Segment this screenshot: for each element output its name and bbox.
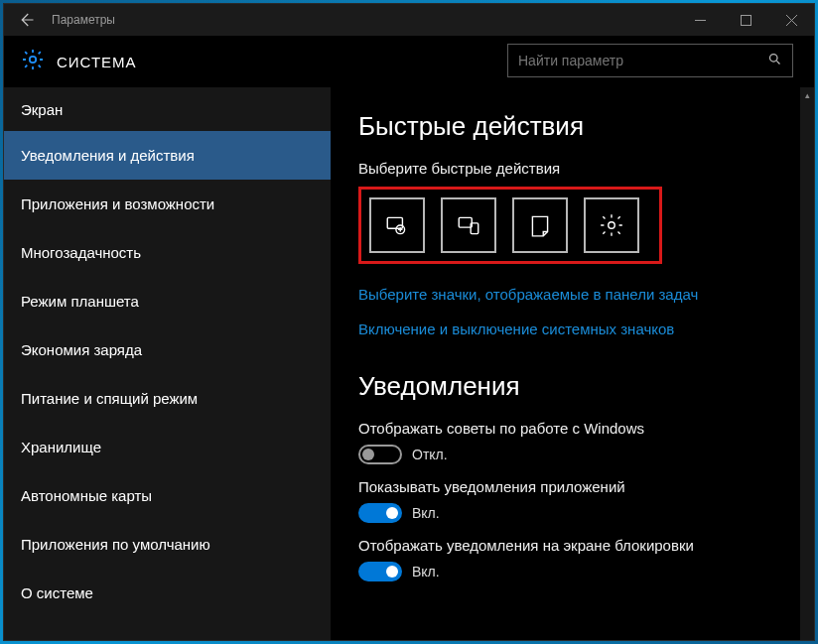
sidebar-item-tablet[interactable]: Режим планшета <box>4 277 331 325</box>
sidebar-item-label: Питание и спящий режим <box>21 390 198 407</box>
toggle-app-notifications[interactable] <box>358 503 402 523</box>
close-button[interactable] <box>768 4 814 36</box>
scroll-up-icon[interactable]: ▴ <box>800 87 814 103</box>
quick-actions-sublabel: Выберите быстрые действия <box>358 160 786 177</box>
toggle-state-text: Вкл. <box>412 505 440 521</box>
svg-rect-0 <box>741 15 750 25</box>
setting-label: Показывать уведомления приложений <box>358 478 786 495</box>
section-title: СИСТЕМА <box>57 54 137 70</box>
search-icon <box>756 52 792 69</box>
setting-app-notifications: Показывать уведомления приложений Вкл. <box>358 478 786 523</box>
sidebar-item-label: О системе <box>21 584 93 601</box>
titlebar: Параметры <box>4 4 814 36</box>
gear-icon <box>21 48 45 75</box>
sidebar-item-default-apps[interactable]: Приложения по умолчанию <box>4 520 331 569</box>
window-title: Параметры <box>52 13 115 27</box>
sidebar-item-battery[interactable]: Экономия заряда <box>4 325 331 374</box>
sidebar-item-notifications[interactable]: Уведомления и действия <box>4 131 331 180</box>
svg-point-2 <box>769 55 777 63</box>
back-button[interactable] <box>4 4 48 36</box>
sidebar-item-label: Хранилище <box>21 439 101 455</box>
notifications-heading: Уведомления <box>358 371 786 402</box>
sidebar-item-label: Экран <box>21 101 63 118</box>
quick-action-tablet-mode[interactable] <box>369 197 425 253</box>
sidebar-item-offline-maps[interactable]: Автономные карты <box>4 471 331 520</box>
quick-actions-highlight <box>358 187 662 264</box>
sidebar-item-label: Экономия заряда <box>21 341 142 358</box>
setting-label: Отображать советы по работе с Windows <box>358 420 786 437</box>
svg-point-1 <box>30 57 36 63</box>
sidebar-item-label: Режим планшета <box>21 293 139 310</box>
quick-actions-heading: Быстрые действия <box>358 111 786 142</box>
link-taskbar-icons[interactable]: Выберите значки, отображаемые в панели з… <box>358 286 786 303</box>
link-system-icons[interactable]: Включение и выключение системных значков <box>358 321 786 337</box>
svg-rect-5 <box>459 217 472 227</box>
quick-action-connect[interactable] <box>441 197 496 253</box>
quick-action-all-settings[interactable] <box>584 197 639 253</box>
sidebar-item-label: Уведомления и действия <box>21 147 195 164</box>
toggle-lockscreen-notifications[interactable] <box>358 562 402 581</box>
maximize-button[interactable] <box>723 4 768 36</box>
scrollbar[interactable]: ▴ <box>800 87 814 640</box>
header: СИСТЕМА <box>4 36 814 87</box>
toggle-windows-tips[interactable] <box>358 445 402 464</box>
sidebar-item-label: Многозадачность <box>21 244 141 261</box>
setting-label: Отображать уведомления на экране блокиро… <box>358 537 786 554</box>
minimize-button[interactable] <box>677 4 723 36</box>
sidebar-item-label: Приложения по умолчанию <box>21 536 210 553</box>
setting-lockscreen-notifications: Отображать уведомления на экране блокиро… <box>358 537 786 581</box>
toggle-state-text: Откл. <box>412 447 448 462</box>
svg-rect-3 <box>387 217 402 228</box>
settings-window: Параметры СИСТЕМА Экра <box>3 3 815 641</box>
sidebar-item-label: Автономные карты <box>21 487 152 504</box>
search-input[interactable] <box>508 53 756 68</box>
toggle-state-text: Вкл. <box>412 564 440 580</box>
sidebar-item-apps[interactable]: Приложения и возможности <box>4 180 331 228</box>
svg-point-7 <box>609 222 615 229</box>
setting-windows-tips: Отображать советы по работе с Windows От… <box>358 420 786 464</box>
sidebar-item-power[interactable]: Питание и спящий режим <box>4 374 331 423</box>
content-panel: Быстрые действия Выберите быстрые действ… <box>331 87 814 640</box>
quick-actions-row <box>369 197 639 253</box>
search-box[interactable] <box>507 44 793 77</box>
sidebar-item-multitasking[interactable]: Многозадачность <box>4 228 331 277</box>
sidebar-item-about[interactable]: О системе <box>4 569 331 617</box>
sidebar-item-label: Приложения и возможности <box>21 195 214 212</box>
sidebar-item-storage[interactable]: Хранилище <box>4 423 331 471</box>
sidebar-item-display[interactable]: Экран <box>4 87 331 131</box>
quick-action-note[interactable] <box>512 197 568 253</box>
sidebar: Экран Уведомления и действия Приложения … <box>4 87 331 640</box>
